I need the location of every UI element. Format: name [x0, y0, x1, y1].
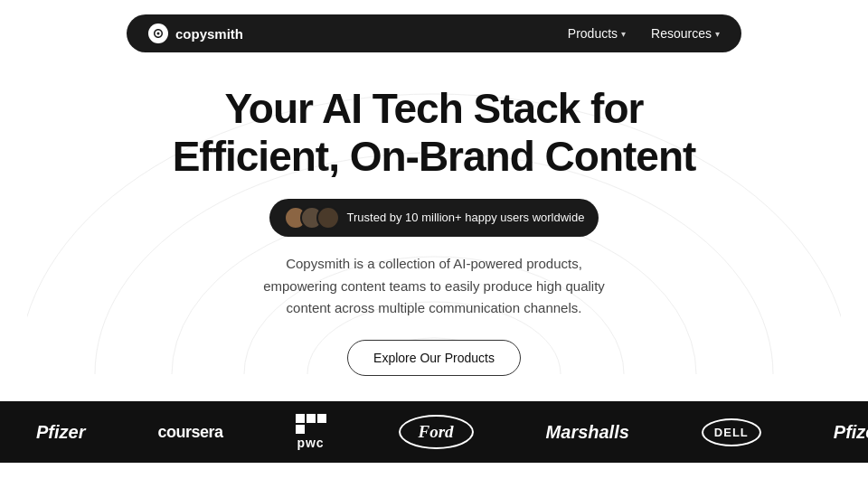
logo-banner: Pfizer coursera pwc Ford Marshalls DELL — [0, 401, 868, 463]
logo[interactable]: copysmith — [148, 23, 243, 43]
nav-products[interactable]: Products ▾ — [568, 26, 626, 41]
svg-rect-7 — [296, 414, 305, 423]
logo-pwc: pwc — [259, 401, 363, 463]
chevron-down-icon: ▾ — [621, 29, 626, 39]
svg-rect-8 — [307, 414, 316, 423]
trust-avatars — [284, 206, 340, 230]
explore-products-button[interactable]: Explore Our Products — [347, 340, 521, 376]
logo-text: copysmith — [175, 26, 243, 42]
logo-coursera: coursera — [121, 401, 259, 463]
logo-pfizer: Pfizer — [0, 401, 121, 463]
logo-marshalls: Marshalls — [510, 401, 665, 463]
logo-ford: Ford — [363, 401, 510, 463]
logo-dell: DELL — [665, 401, 797, 463]
avatar-3 — [316, 206, 340, 230]
logo-pfizer-2: Pfizer — [797, 401, 868, 463]
hero-section: Your AI Tech Stack for Efficient, On-Bra… — [0, 67, 868, 376]
hero-title: Your AI Tech Stack for Efficient, On-Bra… — [36, 85, 832, 181]
hero-description: Copysmith is a collection of AI-powered … — [262, 253, 606, 320]
navbar: copysmith Products ▾ Resources ▾ — [127, 14, 741, 52]
chevron-down-icon: ▾ — [715, 29, 720, 39]
svg-rect-9 — [317, 414, 326, 423]
nav-items: Products ▾ Resources ▾ — [568, 26, 720, 41]
trust-text: Trusted by 10 million+ happy users world… — [347, 211, 585, 224]
trust-badge: Trusted by 10 million+ happy users world… — [269, 199, 599, 237]
svg-point-0 — [157, 33, 160, 35]
svg-rect-10 — [296, 425, 305, 434]
logo-icon — [148, 23, 168, 43]
logo-track: Pfizer coursera pwc Ford Marshalls DELL — [0, 401, 868, 463]
pwc-blocks-icon — [296, 414, 326, 434]
nav-resources[interactable]: Resources ▾ — [651, 26, 720, 41]
bottom-section: Content Creation, Simplified Copysmith's… — [0, 463, 868, 488]
hero-content: Your AI Tech Stack for Efficient, On-Bra… — [36, 85, 832, 376]
